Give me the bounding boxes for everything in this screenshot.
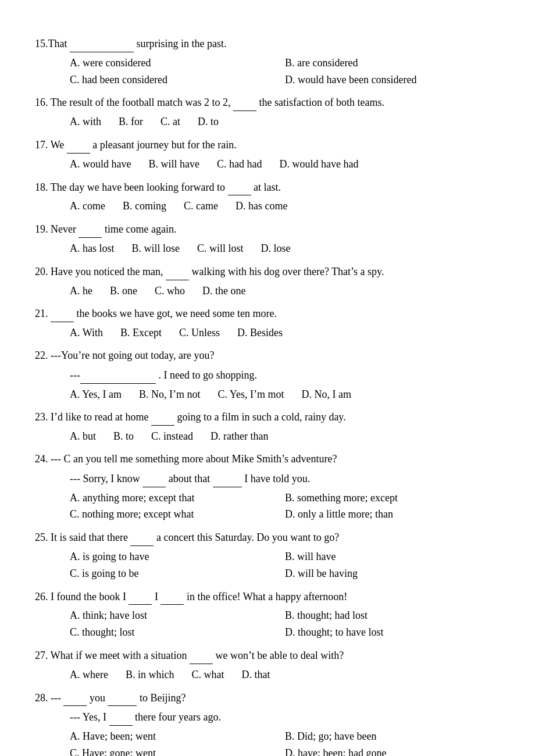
option-18-2: C. came (184, 198, 218, 215)
question-26: 26. I found the book I I in the office! … (35, 588, 500, 641)
question-18: 18. The day we have been looking forward… (35, 179, 500, 215)
option-18-1: B. coming (123, 198, 166, 215)
option-23-0: A. but (70, 428, 96, 445)
option-21-1: B. Except (120, 324, 162, 341)
option-26-0: A. think; have lost (70, 607, 273, 624)
option-15-1: B. are considered (285, 55, 488, 72)
options-20: A. heB. oneC. whoD. the one (70, 283, 500, 299)
option-17-2: C. had had (217, 156, 262, 173)
options-25: A. is going to haveB. will haveC. is goi… (70, 548, 500, 582)
options-27: A. whereB. in whichC. whatD. that (70, 666, 500, 683)
question-27: 27. What if we meet with a situation we … (35, 647, 500, 683)
question-22: 22. ---You’re not going out today, are y… (35, 347, 500, 402)
question-text-16: 16. The result of the football match was… (35, 94, 500, 111)
options-15: A. were consideredB. are consideredC. ha… (70, 55, 500, 88)
question-15: 15.That surprising in the past.A. were c… (35, 35, 500, 88)
options-17: A. would haveB. will haveC. had hadD. wo… (70, 156, 500, 173)
option-26-3: D. thought; to have lost (285, 624, 488, 641)
question-16: 16. The result of the football match was… (35, 94, 500, 130)
question-text-17: 17. We a pleasant journey but for the ra… (35, 136, 500, 154)
option-19-2: C. will lost (197, 240, 244, 257)
question-28: 28. --- you to Beijing?--- Yes, I there … (35, 689, 500, 757)
options-26: A. think; have lostB. thought; had lostC… (70, 607, 500, 641)
option-21-0: A. With (70, 324, 103, 341)
question-23: 23. I’d like to read at home going to a … (35, 408, 500, 445)
option-20-3: D. the one (202, 283, 245, 299)
option-22-2: C. Yes, I’m mot (218, 386, 284, 403)
option-18-3: D. has come (236, 198, 287, 215)
question-21: 21. the books we have got, we need some … (35, 305, 500, 341)
option-20-1: B. one (110, 283, 137, 299)
option-25-0: A. is going to have (70, 548, 273, 565)
option-16-1: B. for (119, 113, 143, 130)
question-text-24: 24. --- C an you tell me something more … (35, 451, 500, 468)
option-17-3: D. would have had (279, 156, 358, 173)
question-text-19: 19. Never time come again. (35, 220, 500, 238)
option-25-1: B. will have (285, 548, 488, 565)
option-24-1: B. something more; except (285, 490, 488, 507)
question-text-27: 27. What if we meet with a situation we … (35, 647, 500, 664)
question-text-26: 26. I found the book I I in the office! … (35, 588, 500, 605)
option-28-2: C. Have; gone; went (70, 745, 273, 756)
option-26-1: B. thought; had lost (285, 607, 488, 624)
options-28: A. Have; been; wentB. Did; go; have been… (70, 728, 500, 756)
option-16-3: D. to (198, 113, 219, 130)
option-22-0: A. Yes, I am (70, 386, 122, 403)
option-25-3: D. will be having (285, 565, 488, 582)
option-21-3: D. Besides (237, 324, 283, 341)
option-20-0: A. he (70, 283, 92, 299)
question-20: 20. Have you noticed the man, walking wi… (35, 263, 500, 299)
option-27-0: A. where (70, 666, 108, 683)
question-subtext-22: --- . I need to go shopping. (70, 366, 500, 384)
options-18: A. comeB. comingC. cameD. has come (70, 198, 500, 215)
option-17-1: B. will have (148, 156, 199, 173)
option-20-2: C. who (155, 283, 185, 299)
question-subtext-28: --- Yes, I there four years ago. (70, 708, 500, 726)
option-23-2: C. instead (151, 428, 193, 445)
option-19-3: D. lose (261, 240, 291, 257)
options-22: A. Yes, I amB. No, I’m notC. Yes, I’m mo… (70, 386, 500, 403)
question-24: 24. --- C an you tell me something more … (35, 451, 500, 523)
question-text-15: 15.That surprising in the past. (35, 35, 500, 52)
option-28-0: A. Have; been; went (70, 728, 273, 745)
question-25: 25. It is said that there a concert this… (35, 529, 500, 582)
option-24-0: A. anything more; except that (70, 490, 273, 507)
option-25-2: C. is going to be (70, 565, 273, 582)
option-24-3: D. only a little more; than (285, 506, 488, 523)
question-text-20: 20. Have you noticed the man, walking wi… (35, 263, 500, 280)
option-22-1: B. No, I’m not (139, 386, 201, 403)
option-19-1: B. will lose (132, 240, 180, 257)
options-21: A. WithB. ExceptC. UnlessD. Besides (70, 324, 500, 341)
options-16: A. withB. forC. atD. to (70, 113, 500, 130)
option-16-2: C. at (160, 113, 180, 130)
option-18-0: A. come (70, 198, 105, 215)
option-15-2: C. had been considered (70, 72, 273, 88)
options-19: A. has lostB. will loseC. will lostD. lo… (70, 240, 500, 257)
quiz-content: 15.That surprising in the past.A. were c… (35, 35, 500, 756)
option-26-2: C. thought; lost (70, 624, 273, 641)
question-text-23: 23. I’d like to read at home going to a … (35, 408, 500, 426)
option-27-1: B. in which (126, 666, 174, 683)
question-subtext-24: --- Sorry, I know about that I have told… (70, 470, 500, 487)
option-23-3: D. rather than (211, 428, 268, 445)
option-15-0: A. were considered (70, 55, 273, 72)
option-27-2: C. what (191, 666, 224, 683)
option-24-2: C. nothing more; except what (70, 506, 273, 523)
question-text-28: 28. --- you to Beijing? (35, 689, 500, 707)
question-19: 19. Never time come again.A. has lostB. … (35, 220, 500, 257)
option-17-0: A. would have (70, 156, 131, 173)
question-text-18: 18. The day we have been looking forward… (35, 179, 500, 196)
option-28-1: B. Did; go; have been (285, 728, 488, 745)
question-text-21: 21. the books we have got, we need some … (35, 305, 500, 322)
option-27-3: D. that (241, 666, 270, 683)
question-17: 17. We a pleasant journey but for the ra… (35, 136, 500, 173)
question-text-22: 22. ---You’re not going out today, are y… (35, 347, 500, 364)
option-21-2: C. Unless (179, 324, 220, 341)
options-23: A. butB. toC. insteadD. rather than (70, 428, 500, 445)
options-24: A. anything more; except thatB. somethin… (70, 490, 500, 523)
option-22-3: D. No, I am (302, 386, 351, 403)
option-23-1: B. to (113, 428, 134, 445)
option-16-0: A. with (70, 113, 101, 130)
option-15-3: D. would have been considered (285, 72, 488, 88)
question-text-25: 25. It is said that there a concert this… (35, 529, 500, 546)
